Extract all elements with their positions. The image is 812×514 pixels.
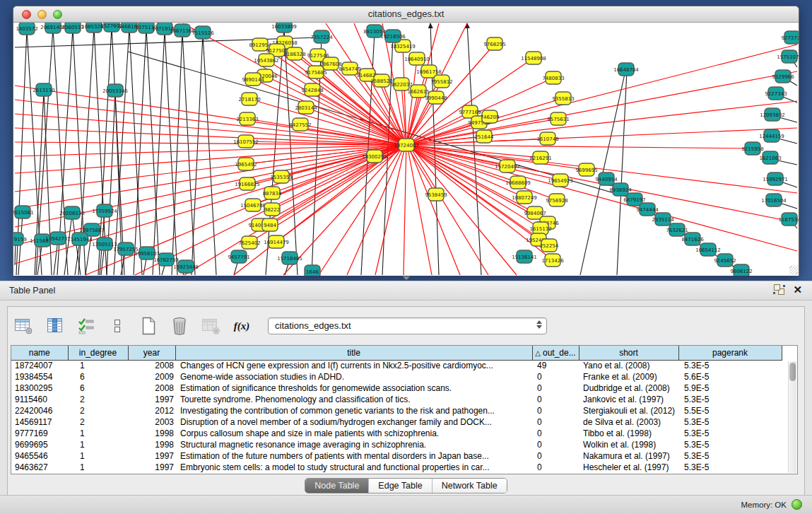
table-cell[interactable]: 5.3E-5 <box>678 450 782 462</box>
table-cell[interactable]: 0 <box>532 462 579 473</box>
graph-node[interactable]: 20053346 <box>102 84 128 97</box>
graph-node[interactable]: 15992971 <box>763 173 788 185</box>
table-cell[interactable]: 9463627 <box>11 462 68 473</box>
graph-node[interactable]: 9175685 <box>305 66 326 78</box>
table-row[interactable]: 911546021997Tourette syndrome. Phenomeno… <box>11 394 782 405</box>
graph-node[interactable]: 1610748 <box>536 132 558 145</box>
table-cell[interactable]: 0 <box>532 405 579 416</box>
table-cell[interactable]: 5.3E-5 <box>678 416 782 428</box>
table-row[interactable]: 977716911998Corpus callosum shape and si… <box>11 428 782 439</box>
graph-node[interactable]: 1713426 <box>541 254 564 267</box>
graph-node[interactable]: 1588520 <box>370 74 392 87</box>
graph-node[interactable]: 9484 <box>262 218 278 231</box>
graph-node[interactable]: 9768295 <box>483 37 505 50</box>
graph-node[interactable]: 2060533 <box>61 23 83 33</box>
table-cell[interactable]: Stergiakouli et al. (2012) <box>579 405 678 416</box>
table-row[interactable]: 1872400712008Changes of HCN gene express… <box>11 360 782 371</box>
graph-node[interactable]: 9699695 <box>575 163 597 176</box>
column-header-out_de[interactable]: △out_de... <box>532 346 579 360</box>
table-cell[interactable]: 9115460 <box>11 394 68 405</box>
graph-node[interactable]: 8427552 <box>289 118 311 131</box>
table-cell[interactable]: Yano et al. (2008) <box>579 360 678 371</box>
table-cell[interactable]: 5.9E-5 <box>678 382 782 394</box>
table-row[interactable]: 1938455462009Genome-wide association stu… <box>11 371 782 382</box>
table-cell[interactable]: Embryonic stem cells: a model to study s… <box>175 462 532 473</box>
graph-node[interactable]: 9242848 <box>301 83 323 96</box>
table-cell[interactable]: Tibbo et al. (1998) <box>579 428 678 439</box>
graph-node[interactable]: 1965492 <box>235 158 257 170</box>
table-cell[interactable]: 19384554 <box>11 371 68 382</box>
graph-node[interactable]: 7357224 <box>310 30 333 43</box>
graph-node[interactable]: 15718485 <box>277 252 302 264</box>
graph-node[interactable]: 746209 <box>481 110 500 123</box>
graph-node[interactable]: 1187534 <box>778 213 799 226</box>
scrollbar-thumb[interactable] <box>789 363 796 381</box>
graph-node[interactable]: 7480833 <box>542 71 564 84</box>
table-cell[interactable]: Tourette syndrome. Phenomenology and cla… <box>175 394 532 405</box>
graph-node[interactable]: 15751074 <box>777 50 799 63</box>
table-cell[interactable]: 0 <box>532 382 579 394</box>
graph-node[interactable]: 1646 <box>305 265 320 276</box>
table-cell[interactable]: de Silva et al. (2003) <box>579 416 678 428</box>
tab-edge-table[interactable]: Edge Table <box>369 479 432 493</box>
graph-node[interactable]: 9756928 <box>546 194 567 206</box>
table-cell[interactable]: 22420046 <box>11 405 68 416</box>
table-cell[interactable]: Structural magnetic resonance image aver… <box>175 439 532 450</box>
vertical-scrollbar[interactable] <box>788 361 796 473</box>
table-cell[interactable]: 0 <box>532 439 579 450</box>
graph-node[interactable]: 1535359 <box>270 170 292 183</box>
table-cell[interactable]: Disruption of a novel member of a sodium… <box>175 416 532 428</box>
graph-node[interactable]: 20206536 <box>59 206 85 219</box>
table-cell[interactable]: 0 <box>532 416 579 428</box>
graph-node[interactable]: 18807249 <box>512 191 537 204</box>
graph-node[interactable]: 2615061 <box>13 206 34 218</box>
table-cell[interactable]: Estimation of the future numbers of pati… <box>175 450 532 462</box>
table-cell[interactable]: 0 <box>532 428 579 439</box>
graph-node[interactable]: 251644 <box>475 130 494 143</box>
graph-node[interactable]: 2803144 <box>295 101 317 114</box>
table-cell[interactable]: 14569117 <box>11 416 68 428</box>
table-cell[interactable]: 1997 <box>128 394 175 405</box>
table-cell[interactable]: 2003 <box>128 416 175 428</box>
table-cell[interactable]: 2012 <box>128 405 175 416</box>
graph-node[interactable]: 15720407 <box>495 160 520 173</box>
graph-node[interactable]: 9457791 <box>228 250 249 263</box>
table-cell[interactable]: 5.5E-5 <box>678 405 782 416</box>
graph-node[interactable]: 9227343 <box>765 87 787 100</box>
table-cell[interactable]: 5.3E-5 <box>678 394 782 405</box>
graph-node[interactable]: 7625402 <box>238 236 260 249</box>
table-cell[interactable]: 5.3E-5 <box>678 360 782 371</box>
graph-node[interactable]: 16648784 <box>613 63 639 76</box>
table-cell[interactable]: 2008 <box>128 382 175 394</box>
graph-node[interactable]: 9273716 <box>781 31 799 44</box>
column-header-short[interactable]: short <box>579 346 678 360</box>
zoom-button[interactable] <box>53 10 62 19</box>
table-cell[interactable]: 1 <box>68 450 128 462</box>
graph-node[interactable]: 9606122 <box>730 264 752 276</box>
graph-node[interactable]: 2718170 <box>238 93 260 105</box>
table-cell[interactable]: 49 <box>532 360 579 371</box>
table-cell[interactable]: 1 <box>68 428 128 439</box>
column-header-in_degree[interactable]: in_degree <box>68 346 128 360</box>
table-cell[interactable]: Jankovic et al. (1997) <box>579 394 678 405</box>
table-selector-dropdown[interactable]: citations_edges.txt <box>268 317 547 334</box>
graph-node[interactable]: 8575631 <box>547 112 569 125</box>
column-header-title[interactable]: title <box>175 346 532 360</box>
table-cell[interactable]: 1 <box>68 360 128 371</box>
table-cell[interactable]: 5.3E-5 <box>678 462 782 473</box>
table-cell[interactable]: 5.3E-5 <box>678 439 782 450</box>
table-cell[interactable]: 9465546 <box>11 450 68 462</box>
graph-node[interactable]: 9355813 <box>552 92 574 105</box>
column-header-pagerank[interactable]: pagerank <box>678 346 782 360</box>
table-mode-icon[interactable] <box>13 315 35 337</box>
split-divider[interactable] <box>0 276 812 281</box>
table-cell[interactable]: 5.3E-5 <box>678 428 782 439</box>
table-cell[interactable]: 18724007 <box>11 360 68 371</box>
table-cell[interactable]: 0 <box>532 371 579 382</box>
table-cell[interactable]: 1997 <box>128 462 175 473</box>
graph-node[interactable]: 18640910 <box>404 52 430 65</box>
table-cell[interactable]: Nakamura et al. (1997) <box>579 450 678 462</box>
minimize-button[interactable] <box>37 10 47 19</box>
graph-node[interactable]: 11548908 <box>521 52 546 64</box>
show-columns-icon[interactable] <box>45 315 66 337</box>
